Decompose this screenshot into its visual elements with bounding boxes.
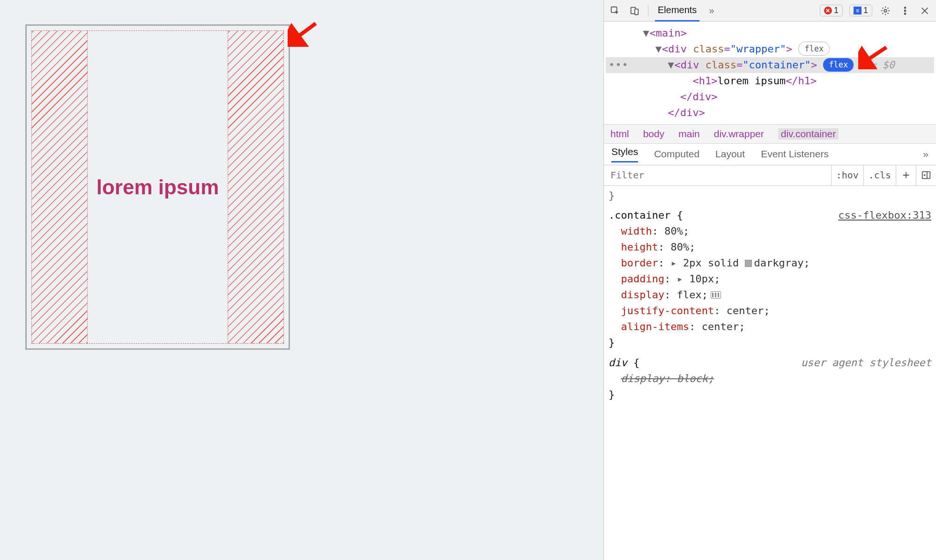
devtools-panel: Elements » ✕ 1 ≡ 1 ▼<main> ▼<div class="… xyxy=(603,0,936,560)
hov-toggle[interactable]: :hov xyxy=(831,165,863,185)
svg-point-8 xyxy=(905,13,906,14)
rule-div-ua[interactable]: user agent stylesheet div { display: blo… xyxy=(609,355,931,403)
styles-filter-bar: :hov .cls xyxy=(604,165,936,186)
subtab-layout[interactable]: Layout xyxy=(715,148,745,160)
svg-point-7 xyxy=(905,10,906,11)
inspect-icon[interactable] xyxy=(609,4,622,17)
rule-source-ua: user agent stylesheet xyxy=(801,355,931,371)
close-icon[interactable] xyxy=(918,4,931,17)
dom-tree[interactable]: ▼<main> ▼<div class="wrapper"> flex ••• … xyxy=(604,22,936,124)
tabs-overflow[interactable]: » xyxy=(706,0,717,21)
crumb-container[interactable]: div.container xyxy=(778,128,839,140)
subtab-computed[interactable]: Computed xyxy=(654,148,699,160)
device-toggle-icon[interactable] xyxy=(628,4,641,17)
rule-container[interactable]: css-flexbox:313 .container { width: 80%;… xyxy=(609,207,931,351)
issues-count: 1 xyxy=(863,6,868,15)
error-icon: ✕ xyxy=(824,7,832,15)
error-count: 1 xyxy=(834,6,839,15)
tab-elements[interactable]: Elements xyxy=(655,0,699,22)
crumb-main[interactable]: main xyxy=(678,128,700,140)
new-style-rule-button[interactable] xyxy=(896,165,916,185)
svg-rect-4 xyxy=(635,9,638,15)
svg-line-1 xyxy=(294,23,316,39)
rule-source-link[interactable]: css-flexbox:313 xyxy=(838,207,931,223)
breadcrumb: html body main div.wrapper div.container xyxy=(604,124,936,144)
subtab-styles[interactable]: Styles xyxy=(611,146,638,162)
issues-badge[interactable]: ≡ 1 xyxy=(849,5,872,16)
styles-rules[interactable]: } css-flexbox:313 .container { width: 80… xyxy=(604,186,936,560)
styles-filter-input[interactable] xyxy=(604,169,831,181)
crumb-wrapper[interactable]: div.wrapper xyxy=(714,128,764,140)
selected-marker: ••• xyxy=(609,57,629,73)
dom-node-wrapper[interactable]: ▼<div class="wrapper"> flex xyxy=(606,41,934,57)
settings-icon[interactable] xyxy=(879,4,892,17)
cls-toggle[interactable]: .cls xyxy=(863,165,896,185)
dom-node-div-close1[interactable]: </div> xyxy=(606,89,934,105)
styles-subtabs: Styles Computed Layout Event Listeners » xyxy=(604,144,936,165)
dom-node-container[interactable]: ••• ▼<div class="container"> flex == $0 xyxy=(606,57,934,73)
crumb-html[interactable]: html xyxy=(610,128,629,140)
subtab-event-listeners[interactable]: Event Listeners xyxy=(761,148,829,160)
flex-badge-wrapper[interactable]: flex xyxy=(798,42,830,56)
devtools-toolbar: Elements » ✕ 1 ≡ 1 xyxy=(604,0,936,22)
kebab-icon[interactable] xyxy=(899,4,912,17)
crumb-body[interactable]: body xyxy=(643,128,665,140)
svg-point-5 xyxy=(884,9,887,12)
dom-node-div-close2[interactable]: </div> xyxy=(606,105,934,121)
color-swatch[interactable] xyxy=(745,260,752,267)
flex-container-overlay: lorem ipsum xyxy=(25,24,290,350)
flexbox-editor-icon[interactable] xyxy=(711,291,721,299)
flex-item-overlay: lorem ipsum xyxy=(87,30,229,344)
flex-badge-container[interactable]: flex xyxy=(823,58,854,71)
annotation-arrow-left xyxy=(288,19,320,47)
issues-icon: ≡ xyxy=(854,7,862,15)
subtabs-overflow[interactable]: » xyxy=(923,148,929,160)
dom-node-h1[interactable]: <h1>lorem ipsum</h1> xyxy=(606,73,934,89)
dom-node-main[interactable]: ▼<main> xyxy=(606,25,934,41)
preview-pane: lorem ipsum xyxy=(0,0,603,560)
preview-heading: lorem ipsum xyxy=(97,176,219,199)
console-ref: == $0 xyxy=(857,59,894,71)
error-badge[interactable]: ✕ 1 xyxy=(820,5,843,16)
svg-point-6 xyxy=(905,7,906,8)
sidebar-toggle-icon[interactable] xyxy=(916,165,936,185)
